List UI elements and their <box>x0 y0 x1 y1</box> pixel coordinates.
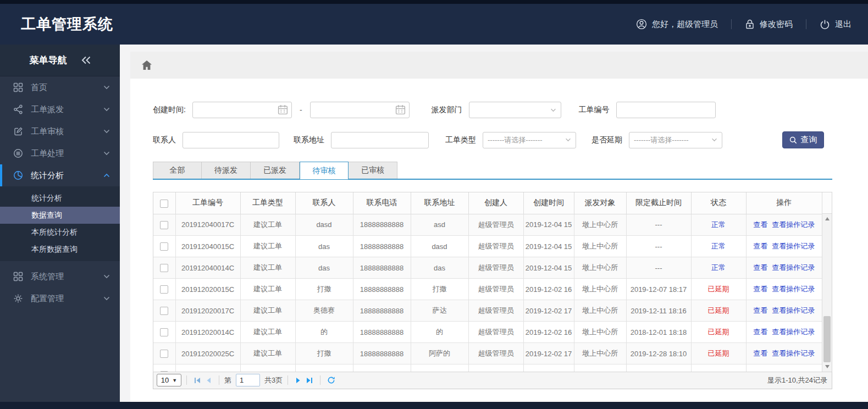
cell-status <box>691 364 746 372</box>
cell-type <box>240 364 295 372</box>
row-checkbox[interactable] <box>160 221 168 229</box>
scroll-up-arrow[interactable] <box>822 215 832 223</box>
view-log-link[interactable]: 查看操作记录 <box>772 242 815 250</box>
first-page-button[interactable] <box>192 375 203 386</box>
tab-reviewed[interactable]: 已审核 <box>349 162 397 179</box>
cell-phone <box>353 364 411 372</box>
sidebar-item-home[interactable]: 首页 <box>0 76 120 98</box>
checkbox-cell <box>153 214 175 236</box>
view-log-link[interactable]: 查看操作记录 <box>772 349 815 357</box>
query-button[interactable]: 查询 <box>782 131 824 148</box>
view-link[interactable]: 查看 <box>753 285 767 293</box>
total-pages: 共3页 <box>264 375 283 385</box>
cell-target: 墩上中心所 <box>574 279 626 300</box>
scrollbar-header-spacer <box>822 192 832 214</box>
row-checkbox[interactable] <box>160 285 168 294</box>
address-input[interactable] <box>331 132 429 148</box>
chevron-down-icon <box>711 138 717 142</box>
submenu-item-data-query[interactable]: 数据查询 <box>0 207 120 224</box>
page-number-input[interactable] <box>236 374 260 386</box>
view-link[interactable]: 查看 <box>753 242 767 250</box>
sidebar-item-system[interactable]: 系统管理 <box>0 266 120 288</box>
change-password-link[interactable]: 修改密码 <box>745 19 793 30</box>
sidebar-item-statistics[interactable]: 统计分析 <box>0 164 120 186</box>
sidebar-item-config[interactable]: 配置管理 <box>0 288 120 309</box>
delay-select[interactable]: -------请选择------- <box>629 132 722 148</box>
cell-phone: 18888888888 <box>353 214 411 236</box>
prev-page-button[interactable] <box>203 375 214 386</box>
row-checkbox[interactable] <box>160 264 168 272</box>
scrollbar-thumb[interactable] <box>823 316 831 362</box>
dept-select[interactable] <box>469 102 561 118</box>
table-row: 201912040014C建议工单das18888888888das超级管理员2… <box>153 257 822 279</box>
view-link[interactable]: 查看 <box>753 220 767 229</box>
sidebar-item-process[interactable]: 工单处理 <box>0 142 120 164</box>
table-row: 201912020015C建议工单打撒18888888888打撒超级管理员201… <box>153 279 822 300</box>
share-icon <box>13 104 24 114</box>
grid-icon <box>13 82 24 92</box>
process-icon <box>13 148 24 158</box>
select-all-checkbox[interactable] <box>160 200 168 208</box>
cell-deadline: 2019-12-28 18:10 <box>626 343 691 364</box>
col-header: 工单类型 <box>240 192 295 214</box>
row-checkbox[interactable] <box>160 350 168 358</box>
search-icon <box>789 136 797 144</box>
view-link[interactable]: 查看 <box>753 263 767 272</box>
view-log-link[interactable]: 查看操作记录 <box>772 306 815 314</box>
cell-address: 阿萨的 <box>411 343 468 364</box>
tab-all[interactable]: 全部 <box>153 162 202 179</box>
app-root: 工单管理系统 您好，超级管理员 修改密码 退出 菜单导航 <box>0 0 868 409</box>
scroll-down-arrow[interactable] <box>822 363 832 371</box>
row-checkbox[interactable] <box>160 242 168 251</box>
col-header: 创建时间 <box>523 192 574 214</box>
tab-dispatched[interactable]: 已派发 <box>251 162 300 179</box>
type-select[interactable]: -------请选择------- <box>483 132 576 148</box>
sidebar-item-label: 工单派发 <box>31 104 103 115</box>
cell-actions: 查看查看操作记录 <box>746 343 822 364</box>
date-range-dash: - <box>300 106 302 114</box>
col-header: 操作 <box>746 192 822 214</box>
scrollbar-track[interactable] <box>822 214 832 372</box>
records-summary: 显示1-10,共24记录 <box>767 375 827 385</box>
submenu-item-local-data-query[interactable]: 本所数据查询 <box>0 241 120 258</box>
refresh-icon[interactable] <box>325 375 336 386</box>
cell-deadline: 2018-12-01 18:18 <box>626 322 691 343</box>
collapse-sidebar-icon[interactable] <box>81 56 91 64</box>
view-log-link[interactable]: 查看操作记录 <box>772 328 815 336</box>
edit-icon <box>13 126 24 136</box>
last-page-button[interactable] <box>304 375 315 386</box>
cell-creator: 超级管理员 <box>468 214 523 236</box>
cell-created: 2019-12-04 15 <box>523 257 574 279</box>
logout-link[interactable]: 退出 <box>820 19 852 30</box>
sidebar-item-dispatch[interactable]: 工单派发 <box>0 98 120 120</box>
row-checkbox[interactable] <box>160 328 168 336</box>
contact-input[interactable] <box>183 132 279 148</box>
cell-type: 建议工单 <box>240 236 295 257</box>
tab-pending-review[interactable]: 待审核 <box>300 162 349 180</box>
calendar-icon[interactable] <box>277 104 289 115</box>
view-link[interactable]: 查看 <box>753 306 767 314</box>
cell-contact: 奥德赛 <box>295 300 353 322</box>
home-icon[interactable] <box>141 60 152 70</box>
view-link[interactable]: 查看 <box>753 328 767 336</box>
sidebar-item-review[interactable]: 工单审核 <box>0 120 120 142</box>
submenu-item-local-statistics[interactable]: 本所统计分析 <box>0 224 120 241</box>
view-log-link[interactable]: 查看操作记录 <box>772 263 815 272</box>
submenu-item-statistics-analysis[interactable]: 统计分析 <box>0 190 120 207</box>
cell-actions: 查看查看操作记录 <box>746 279 822 300</box>
filter-row-2: 联系人 联系地址 工单类型 -------请选择------- 是否延期 ---… <box>153 131 868 148</box>
page-size-select[interactable]: 10 ▼ <box>157 374 181 386</box>
row-checkbox[interactable] <box>160 307 168 315</box>
sidebar: 菜单导航 首页 工单派发 工单审核 工单处理 <box>0 45 120 402</box>
view-log-link[interactable]: 查看操作记录 <box>772 285 815 293</box>
next-page-button[interactable] <box>293 375 304 386</box>
tab-pending-dispatch[interactable]: 待派发 <box>202 162 251 179</box>
cell-phone: 18888888888 <box>353 300 411 322</box>
order-no-input[interactable] <box>616 102 716 118</box>
calendar-icon[interactable] <box>395 104 406 115</box>
view-log-link[interactable]: 查看操作记录 <box>772 220 815 229</box>
cell-target: 墩上中心所 <box>574 343 626 364</box>
view-link[interactable]: 查看 <box>753 349 767 357</box>
cell-status: 已延期 <box>691 279 746 300</box>
cell-address: das <box>411 257 468 279</box>
